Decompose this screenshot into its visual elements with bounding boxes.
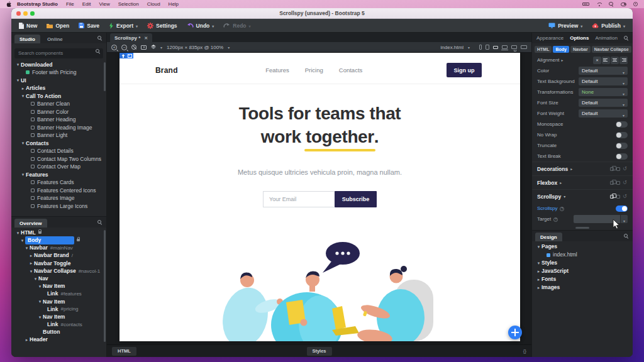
menu-item-selection[interactable]: Selection <box>118 1 139 7</box>
settings-button[interactable]: Settings <box>147 23 177 29</box>
expander-right-icon[interactable]: ▸ <box>536 269 541 273</box>
component-contacts[interactable]: ▾Contacts <box>11 140 106 148</box>
copy-icon[interactable] <box>610 181 614 185</box>
component-call-to-action[interactable]: ▾Call To Action <box>11 92 106 101</box>
color-select[interactable]: Default <box>579 67 628 75</box>
overview-button[interactable]: Button <box>11 328 106 336</box>
publish-button[interactable]: Publish <box>592 23 625 29</box>
component-articles[interactable]: ▸Articles <box>11 84 106 92</box>
breadcrumb-chip-body[interactable]: Body <box>553 46 569 53</box>
device-small-screen-icon[interactable] <box>493 46 498 49</box>
redo-button[interactable]: Redo <box>223 23 250 29</box>
copy-icon[interactable] <box>610 195 614 199</box>
component-features-cards[interactable]: Features Cards <box>11 178 106 187</box>
target-select-value[interactable] <box>574 215 620 223</box>
inspector-tab-appearance[interactable]: Appearance <box>536 35 564 41</box>
expander-down-icon[interactable]: ▾ <box>536 261 541 265</box>
menu-item-bootstrap-studio[interactable]: Bootstrap Studio <box>17 1 58 7</box>
design-styles[interactable]: ▾Styles <box>532 259 633 267</box>
text-background-select[interactable]: Default <box>579 77 628 85</box>
menu-item-file[interactable]: File <box>66 1 74 7</box>
selected-element-icon[interactable] <box>126 53 133 58</box>
expander-right-icon[interactable]: ▸ <box>536 285 541 290</box>
reset-icon[interactable] <box>623 180 628 185</box>
overview-navbar-collapse[interactable]: ▾Navbar Collapse#navcol-1 <box>11 267 106 275</box>
section-scrollspy[interactable]: Scrollspy ▾ <box>532 189 633 203</box>
expander-down-icon[interactable]: ▾ <box>19 238 25 243</box>
design-index-html[interactable]: index.html <box>532 251 633 259</box>
component-features[interactable]: ▾Features <box>11 171 106 179</box>
preview-brand[interactable]: Brand <box>155 66 178 75</box>
component-ui[interactable]: ▾UI <box>11 77 106 85</box>
section-flexbox[interactable]: Flexbox ▸ <box>532 175 633 189</box>
expander-right-icon[interactable]: ▸ <box>28 261 34 265</box>
align-right-button[interactable] <box>619 57 628 64</box>
component-features-image[interactable]: Features Image <box>11 194 106 202</box>
tab-online[interactable]: Online <box>42 35 68 43</box>
overview-navbar-brand[interactable]: ▸Navbar Brand/ <box>11 252 106 260</box>
expander-down-icon[interactable]: ▾ <box>15 231 21 235</box>
component-contact-details[interactable]: Contact Details <box>11 147 106 155</box>
overview-link[interactable]: Link#pricing <box>11 305 106 313</box>
code-editor-icon[interactable] <box>523 348 526 354</box>
breadcrumb-chip-html[interactable]: HTML <box>535 46 552 53</box>
device-widescreen-icon[interactable] <box>521 45 527 49</box>
layers-icon[interactable] <box>151 45 156 50</box>
overview-scrollbar[interactable] <box>104 230 106 342</box>
page-preview[interactable]: Brand FeaturesPricingContacts Sign up To… <box>119 53 520 341</box>
component-contact-over-map[interactable]: Contact Over Map <box>11 163 106 171</box>
overview-navbar[interactable]: ▾Navbar#mainNav <box>11 244 106 251</box>
align-left-button[interactable] <box>602 57 610 64</box>
component-banner-clean[interactable]: Banner Clean <box>11 100 106 108</box>
expander-down-icon[interactable]: ▾ <box>15 62 21 67</box>
device-desktop-icon[interactable] <box>511 45 517 49</box>
device-laptop-icon[interactable] <box>502 45 508 49</box>
breadcrumb-chip-navbar-collapse[interactable]: Navbar Collapse <box>592 46 631 53</box>
expander-down-icon[interactable]: ▾ <box>15 78 21 82</box>
expander-down-icon[interactable]: ▾ <box>28 269 34 273</box>
minimize-window-button[interactable] <box>23 11 28 16</box>
paste-icon[interactable] <box>616 167 620 171</box>
expander-down-icon[interactable]: ▾ <box>37 315 43 319</box>
undo-button[interactable]: Undo <box>187 23 214 29</box>
wifi-icon[interactable] <box>596 2 602 6</box>
subscribe-button[interactable]: Subscribe <box>335 191 377 207</box>
font-weight-select[interactable]: Default <box>579 109 628 118</box>
components-scrollbar[interactable] <box>104 62 106 91</box>
overview-link[interactable]: Link#contacts <box>11 321 106 328</box>
preview-button[interactable]: Preview <box>548 23 582 29</box>
reset-icon[interactable] <box>623 194 628 199</box>
target-select-arrow[interactable] <box>621 215 628 223</box>
align-center-button[interactable] <box>611 57 619 64</box>
tab-studio[interactable]: Studio <box>14 35 40 43</box>
truncate-toggle[interactable] <box>616 143 628 149</box>
target-select[interactable] <box>574 215 628 223</box>
monospace-toggle[interactable] <box>616 121 628 128</box>
document-tab-scrollspy[interactable]: Scrollspy * <box>110 33 152 42</box>
active-file-label[interactable]: index.html <box>441 45 464 50</box>
help-icon[interactable] <box>553 217 558 222</box>
preview-nav-link-features[interactable]: Features <box>265 67 289 74</box>
design-images[interactable]: ▸Images <box>532 283 633 292</box>
overview-nav-item[interactable]: ▾Nav Item <box>11 298 106 305</box>
alignment-expand-icon[interactable]: ▸ <box>562 58 564 62</box>
paste-icon[interactable] <box>616 195 620 199</box>
close-tab-icon[interactable] <box>144 35 148 41</box>
expander-down-icon[interactable]: ▾ <box>33 277 38 281</box>
component-footer-with-pricing[interactable]: Footer with Pricing <box>11 69 106 77</box>
overview-nav-item[interactable]: ▾Nav Item <box>11 313 106 321</box>
no-wrap-toggle[interactable] <box>616 132 628 138</box>
preview-nav-link-pricing[interactable]: Pricing <box>305 67 323 74</box>
expander-down-icon[interactable]: ▾ <box>20 141 26 145</box>
bottom-tab-styles[interactable]: Styles <box>306 347 331 356</box>
device-phone-icon[interactable] <box>479 45 482 50</box>
align-clear-button[interactable] <box>593 57 601 64</box>
menu-item-view[interactable]: View <box>99 1 110 7</box>
expander-right-icon[interactable]: ▸ <box>536 277 541 282</box>
overview-header[interactable]: ▸Header <box>11 336 106 344</box>
reset-icon[interactable] <box>623 167 628 172</box>
select-parent-icon[interactable] <box>119 53 126 58</box>
design-javascript[interactable]: ▸JavaScript <box>532 267 633 275</box>
device-tablet-icon[interactable] <box>486 45 489 50</box>
expander-down-icon[interactable]: ▾ <box>20 94 26 98</box>
